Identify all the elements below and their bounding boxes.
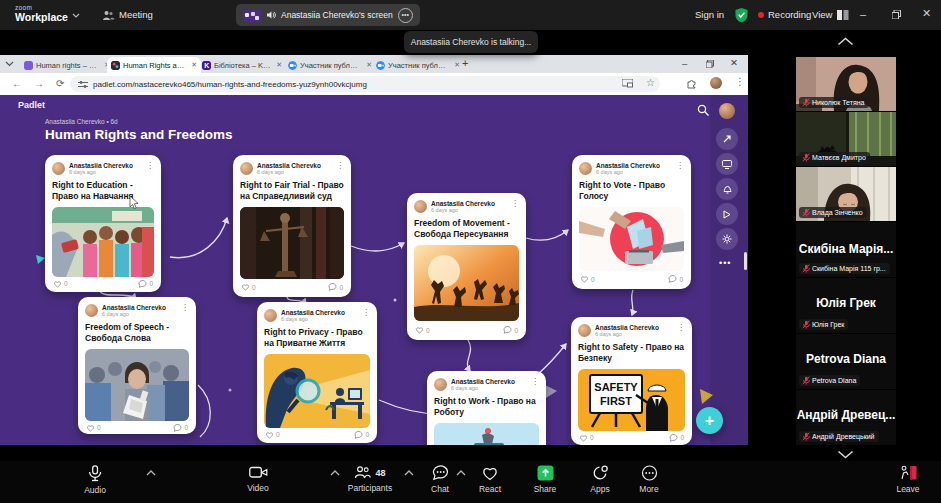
like-icon[interactable]	[580, 275, 589, 283]
apps-button[interactable]: Apps	[572, 465, 628, 494]
video-tile-matveev[interactable]: Матвєєв Дмитро	[796, 112, 896, 166]
padlet-card-speech[interactable]: Anastasiia Cherevko6 days ago ⋮ Freedom …	[78, 297, 196, 434]
card-menu-icon[interactable]: ⋮	[676, 162, 684, 170]
view-button[interactable]: View	[812, 9, 832, 20]
padlet-card-fair-trial[interactable]: Anastasiia Cherevko6 days ago ⋮ Right to…	[233, 155, 351, 297]
like-icon[interactable]	[415, 326, 424, 334]
save-to-device-icon[interactable]	[622, 79, 633, 88]
like-icon[interactable]	[241, 283, 250, 291]
site-settings-icon[interactable]	[78, 80, 88, 89]
tab-close-icon[interactable]: ✕	[274, 61, 282, 69]
comment-icon[interactable]	[354, 431, 363, 439]
card-menu-icon[interactable]: ⋮	[181, 304, 189, 312]
address-bar[interactable]: padlet.com/nastacerevko465/human-rights-…	[70, 76, 660, 92]
padlet-card-vote[interactable]: Anastasiia Cherevko6 days ago ⋮ Right to…	[572, 155, 691, 289]
comment-icon[interactable]	[138, 280, 147, 288]
card-menu-icon[interactable]: ⋮	[336, 162, 344, 170]
card-menu-icon[interactable]: ⋮	[146, 162, 154, 170]
rail-more-icon[interactable]: •••	[719, 258, 731, 268]
card-image-privacy-surveillance[interactable]	[264, 354, 370, 428]
play-button[interactable]	[716, 203, 738, 225]
card-menu-icon[interactable]: ⋮	[531, 378, 539, 386]
security-shield-icon[interactable]	[734, 7, 749, 23]
share-pill-more-icon[interactable]: •••	[398, 8, 413, 23]
workspace-chevron-icon[interactable]	[72, 13, 80, 18]
screen-share-pill[interactable]: Anastasiia Cherevko's screen •••	[236, 4, 420, 26]
reload-button[interactable]: ⟳	[56, 78, 64, 89]
browser-profile-avatar[interactable]	[710, 77, 722, 89]
browser-menu-kebab-icon[interactable]: ⋮	[735, 76, 745, 87]
participant-tile-hrek[interactable]: Юлія Грек Юлія Грек	[796, 278, 896, 333]
add-post-button[interactable]: +	[696, 407, 723, 434]
settings-button[interactable]	[716, 228, 738, 250]
card-menu-icon[interactable]: ⋮	[511, 200, 519, 208]
participant-tile-skybina[interactable]: Скибіна Марія... Скибіна Марія 115 гр...	[796, 222, 896, 277]
card-image-protest-megaphone[interactable]	[85, 349, 189, 421]
padlet-card-education[interactable]: Anastasiia Cherevko6 days ago ⋮ Right to…	[45, 155, 161, 292]
panel-collapse-chevron-icon[interactable]	[837, 37, 854, 46]
browser-close-button[interactable]: ✕	[730, 57, 738, 68]
new-tab-button[interactable]: +	[462, 57, 468, 69]
view-layout-icon[interactable]	[837, 10, 849, 20]
notifications-button[interactable]	[716, 178, 738, 200]
video-button[interactable]: Video	[230, 465, 286, 493]
browser-minimize-button[interactable]: –	[682, 58, 687, 69]
audio-options-chevron-icon[interactable]	[146, 470, 156, 476]
padlet-card-movement[interactable]: Anastasiia Cherevko6 days ago ⋮ Freedom …	[407, 193, 526, 340]
browser-tab-zoom-2[interactable]: Участник публикации - Zoom ✕	[372, 57, 464, 73]
card-image-ballot-hands[interactable]	[579, 207, 684, 271]
browser-tab-presentation[interactable]: Human rights – Презентація – ✕	[20, 57, 114, 73]
share-board-button[interactable]	[716, 128, 738, 150]
participant-tile-petrova[interactable]: Petrova Diana Petrova Diana	[796, 334, 896, 389]
padlet-brand[interactable]: Padlet	[18, 100, 45, 110]
comment-icon[interactable]	[503, 326, 512, 334]
browser-tab-kahoot[interactable]: K Бібліотека – Kahoot! ✕	[198, 57, 286, 73]
card-image-work[interactable]	[434, 423, 539, 445]
tab-search-chevron-icon[interactable]	[5, 61, 14, 67]
extensions-icon[interactable]	[686, 78, 697, 89]
react-button[interactable]: React	[462, 465, 518, 494]
card-image-children-classroom[interactable]	[52, 207, 154, 277]
audio-button[interactable]: Audio	[67, 465, 123, 495]
browser-tab-zoom-1[interactable]: Участник публикации - Zoom ✕	[284, 57, 376, 73]
back-button[interactable]: ←	[12, 78, 22, 89]
bookmark-star-icon[interactable]: ☆	[646, 77, 655, 88]
comment-icon[interactable]	[328, 283, 337, 291]
padlet-card-privacy[interactable]: Anastasiia Cherevko6 days ago ⋮ Right to…	[257, 302, 377, 443]
browser-restore-button[interactable]	[706, 60, 714, 68]
card-menu-icon[interactable]: ⋮	[362, 309, 370, 317]
more-button[interactable]: More	[621, 465, 677, 494]
padlet-card-work[interactable]: Anastasiia Cherevko6 days ago ⋮ Right to…	[427, 371, 546, 445]
comment-icon[interactable]	[668, 275, 677, 283]
search-icon[interactable]	[697, 104, 710, 117]
forward-button[interactable]: →	[34, 78, 44, 89]
participant-tile-drevetskyi[interactable]: Андрій Древец... Андрій Древецький	[796, 390, 896, 445]
participants-button[interactable]: 48 Participants	[338, 465, 402, 493]
padlet-scrollbar[interactable]	[744, 252, 747, 270]
minimize-window-button[interactable]: –	[860, 8, 866, 20]
card-image-jumping-sunset[interactable]	[414, 245, 519, 321]
share-screen-button[interactable]: Share	[517, 465, 573, 494]
video-tile-nikoliuk[interactable]: Николюк Тетяна	[796, 57, 896, 111]
like-icon[interactable]	[53, 280, 62, 288]
like-icon[interactable]	[265, 431, 274, 439]
video-tile-zinchenko[interactable]: Влада Зінченко	[796, 167, 896, 221]
card-image-safety-first[interactable]: SAFETY FIRST	[578, 369, 685, 431]
sign-in-button[interactable]: Sign in	[695, 9, 724, 20]
browser-tab-padlet[interactable]: Human Rights and Freedoms ✕	[107, 57, 201, 73]
like-icon[interactable]	[579, 434, 588, 442]
panel-more-chevron-icon[interactable]	[837, 450, 854, 459]
comment-icon[interactable]	[669, 434, 678, 442]
card-menu-icon[interactable]: ⋮	[677, 324, 685, 332]
restore-window-button[interactable]	[892, 10, 901, 19]
like-icon[interactable]	[86, 424, 95, 432]
close-window-button[interactable]: ✕	[922, 7, 931, 20]
card-image-lady-justice[interactable]	[240, 207, 344, 279]
padlet-card-safety[interactable]: Anastasiia Cherevko6 days ago ⋮ Right to…	[571, 317, 692, 445]
meeting-menu[interactable]: Meeting	[119, 9, 153, 20]
leave-button[interactable]: Leave	[880, 465, 936, 494]
tab-close-icon[interactable]: ✕	[452, 61, 460, 69]
padlet-user-avatar[interactable]	[719, 103, 735, 119]
slideshow-button[interactable]	[716, 153, 738, 175]
tab-close-icon[interactable]: ✕	[364, 61, 372, 69]
